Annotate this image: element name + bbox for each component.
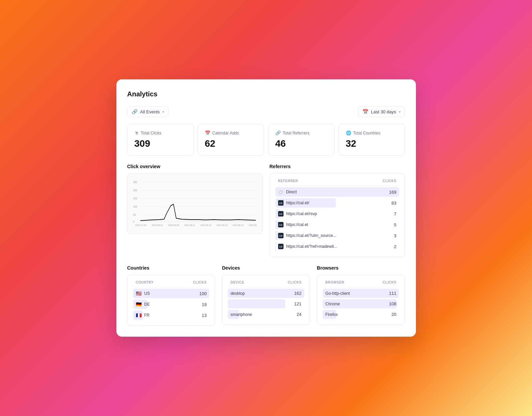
svg-text:100: 100 bbox=[133, 205, 137, 208]
browser-clicks: 108 bbox=[389, 301, 397, 306]
clicks-icon: 🖱 bbox=[134, 130, 139, 135]
browser-name: Firefox bbox=[325, 312, 338, 317]
date-range-label: Last 30 days bbox=[371, 109, 396, 114]
referrer-name: Direct bbox=[286, 190, 297, 194]
row-label: cal https://cal.et/?utm_source... bbox=[278, 233, 336, 238]
referrers-section: Referrers REFERRER CLICKS 🕐 Direct 169 c… bbox=[270, 164, 405, 257]
row-label: 🕐 Direct bbox=[278, 189, 297, 195]
stat-label-referrers: 🔗 Total Referrers bbox=[275, 130, 327, 135]
referrer-clicks: 7 bbox=[394, 211, 396, 217]
table-row: Firefox 20 bbox=[323, 310, 399, 319]
bar-background bbox=[275, 242, 277, 251]
referrer-clicks-header: CLICKS bbox=[383, 179, 396, 183]
table-row: 🇩🇪 DE 19 bbox=[133, 300, 210, 309]
referrer-clicks: 169 bbox=[389, 190, 397, 195]
browsers-panel: BROWSER CLICKS Go-http-client 111 Chrome… bbox=[317, 275, 405, 325]
country-flag: 🇩🇪 bbox=[136, 302, 142, 307]
device-name: desktop bbox=[230, 291, 245, 296]
stat-value-clicks: 309 bbox=[134, 138, 187, 149]
chevron-down-icon: ▾ bbox=[162, 110, 164, 114]
country-clicks: 100 bbox=[199, 291, 207, 296]
table-row: cal https://cal.et/?utm_source... 3 bbox=[275, 231, 399, 240]
device-rows: desktop 162 121 smartphone 24 bbox=[228, 289, 304, 319]
svg-text:2024-08-23: 2024-08-23 bbox=[232, 223, 243, 227]
link-icon: 🔗 bbox=[132, 109, 138, 114]
countries-table-header: COUNTRY CLICKS bbox=[133, 281, 210, 287]
device-col-header: DEVICE bbox=[230, 281, 244, 284]
events-dropdown[interactable]: 🔗 All Events ▾ bbox=[127, 106, 169, 117]
svg-text:2024-08-11: 2024-08-11 bbox=[184, 223, 195, 227]
svg-text:200: 200 bbox=[133, 189, 137, 192]
referrer-icon: cal bbox=[278, 222, 284, 227]
svg-text:2024-08-27: 2024-08-27 bbox=[248, 223, 257, 227]
table-row: smartphone 24 bbox=[228, 310, 304, 319]
svg-text:2024-07-28: 2024-07-28 bbox=[135, 223, 146, 227]
row-label: Go-http-client bbox=[325, 291, 350, 296]
referrer-icon: 🕐 bbox=[278, 189, 284, 195]
countries-panel: COUNTRY CLICKS 🇺🇸 US 100 🇩🇪 DE 19 🇫🇷 bbox=[127, 275, 215, 326]
browsers-title: Browsers bbox=[317, 265, 405, 271]
click-overview-title: Click overview bbox=[127, 164, 263, 169]
country-flag: 🇫🇷 bbox=[136, 313, 142, 318]
browser-col-header: BROWSER bbox=[325, 281, 344, 284]
referrer-icon: cal bbox=[278, 200, 284, 206]
referrer-name: https://cal.et/rsvp bbox=[286, 211, 317, 216]
row-label: 🇺🇸 US bbox=[136, 291, 150, 296]
stat-label-countries: 🌐 Total Countries bbox=[346, 130, 398, 135]
stat-total-clicks: 🖱 Total Clicks 309 bbox=[127, 124, 194, 156]
device-clicks-header: CLICKS bbox=[288, 281, 302, 284]
stat-value-calendar: 62 bbox=[205, 138, 257, 149]
table-row: desktop 162 bbox=[228, 289, 304, 298]
row-label: cal https://cal.et bbox=[278, 222, 308, 227]
stat-total-referrers: 🔗 Total Referrers 46 bbox=[268, 124, 335, 156]
device-clicks: 24 bbox=[296, 312, 301, 317]
browser-clicks-header: CLICKS bbox=[383, 281, 396, 284]
bottom-section: Countries COUNTRY CLICKS 🇺🇸 US 100 🇩🇪 DE bbox=[127, 265, 405, 326]
browser-rows: Go-http-client 111 Chrome 108 Firefox 20 bbox=[323, 289, 399, 319]
referrer-clicks: 5 bbox=[394, 222, 396, 227]
row-label: 🇩🇪 DE bbox=[136, 302, 150, 307]
row-label: cal https://cal.et/rsvp bbox=[278, 211, 317, 217]
referrers-panel: REFERRER CLICKS 🕐 Direct 169 cal https:/… bbox=[270, 173, 405, 257]
stat-label-clicks: 🖱 Total Clicks bbox=[134, 130, 187, 135]
bar-background bbox=[275, 231, 278, 240]
referrer-rows: 🕐 Direct 169 cal https://cal.et/ 83 cal … bbox=[275, 187, 399, 251]
browsers-table-header: BROWSER CLICKS bbox=[323, 281, 399, 287]
browser-clicks: 20 bbox=[391, 312, 396, 317]
click-chart: 250 200 150 100 50 0 2024-07-2 bbox=[133, 179, 257, 227]
svg-text:0: 0 bbox=[133, 220, 134, 223]
referrer-icon: cal bbox=[278, 233, 284, 238]
referrer-col-header: REFERRER bbox=[278, 179, 298, 183]
browsers-section: Browsers BROWSER CLICKS Go-http-client 1… bbox=[317, 265, 405, 326]
referrer-clicks: 83 bbox=[391, 201, 396, 206]
referrers-table-header: REFERRER CLICKS bbox=[275, 179, 399, 186]
row-label: Chrome bbox=[325, 302, 340, 306]
countries-title: Countries bbox=[127, 265, 215, 271]
stat-calendar-adds: 📅 Calendar Adds 62 bbox=[198, 124, 264, 156]
devices-section: Devices DEVICE CLICKS desktop 162 121 bbox=[222, 265, 310, 326]
svg-text:2024-08-19: 2024-08-19 bbox=[216, 223, 227, 227]
events-label: All Events bbox=[140, 109, 160, 114]
referrers-title: Referrers bbox=[270, 164, 405, 169]
calendar-icon: 📅 bbox=[362, 109, 368, 114]
page-title: Analytics bbox=[127, 90, 405, 98]
countries-section: Countries COUNTRY CLICKS 🇺🇸 US 100 🇩🇪 DE bbox=[127, 265, 215, 326]
row-label: cal https://cal.et/ bbox=[278, 200, 309, 206]
country-clicks: 19 bbox=[202, 302, 207, 307]
country-col-header: COUNTRY bbox=[136, 281, 154, 284]
row-label: cal https://cal.et/?ref=madewit... bbox=[278, 244, 337, 249]
date-range-dropdown[interactable]: 📅 Last 30 days ▾ bbox=[358, 106, 405, 117]
svg-text:2024-08-06: 2024-08-06 bbox=[168, 223, 179, 227]
country-code: DE bbox=[144, 302, 150, 307]
table-row: cal https://cal.et/rsvp 7 bbox=[275, 209, 399, 219]
row-label: 🇫🇷 FR bbox=[136, 313, 150, 318]
referrer-name: https://cal.et/?ref=madewit... bbox=[286, 244, 337, 249]
globe-icon: 🌐 bbox=[346, 130, 351, 135]
devices-title: Devices bbox=[222, 265, 310, 271]
stats-grid: 🖱 Total Clicks 309 📅 Calendar Adds 62 🔗 … bbox=[127, 124, 405, 156]
browser-clicks: 111 bbox=[389, 291, 397, 296]
referrer-clicks: 3 bbox=[394, 233, 396, 238]
table-row: 121 bbox=[228, 299, 304, 308]
browser-name: Chrome bbox=[325, 302, 340, 306]
browser-name: Go-http-client bbox=[325, 291, 350, 296]
